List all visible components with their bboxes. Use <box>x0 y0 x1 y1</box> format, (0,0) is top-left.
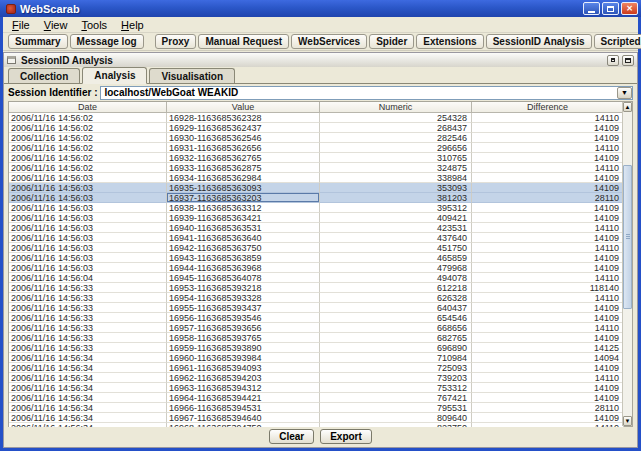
toolbar-button-summary[interactable]: Summary <box>8 34 68 49</box>
table-cell: 2006/11/16 14:56:02 <box>9 153 167 163</box>
tab-collection[interactable]: Collection <box>8 68 80 83</box>
table-row[interactable]: 2006/11/16 14:56:0416945-116368536407849… <box>9 273 624 283</box>
table-cell: 423531 <box>320 223 472 233</box>
table-cell: 2006/11/16 14:56:34 <box>9 403 167 413</box>
table-cell: 14109 <box>472 363 624 373</box>
table-cell: 14109 <box>472 333 624 343</box>
frame-maximize-button[interactable] <box>622 55 634 66</box>
table-body: 2006/11/16 14:56:0216928-116368536232825… <box>9 113 624 427</box>
close-button[interactable]: ✕ <box>621 2 638 15</box>
table-cell: 14110 <box>472 273 624 283</box>
client-area: FileViewToolsHelp SummaryMessage logProx… <box>3 17 638 448</box>
combobox-value: localhost/WebGoat WEAKID <box>101 87 617 98</box>
table-row[interactable]: 2006/11/16 14:56:0216932-116368536276531… <box>9 153 624 163</box>
table-row[interactable]: 2006/11/16 14:56:3316953-116368539321861… <box>9 283 624 293</box>
table-cell: 612218 <box>320 283 472 293</box>
table-row[interactable]: 2006/11/16 14:56:3316955-116368539343764… <box>9 303 624 313</box>
menu-item-help[interactable]: Help <box>114 18 151 32</box>
table-cell: 14110 <box>472 323 624 333</box>
menu-item-file[interactable]: File <box>5 18 37 32</box>
table-cell: 14109 <box>472 123 624 133</box>
table-row[interactable]: 2006/11/16 14:56:3316954-116368539332862… <box>9 293 624 303</box>
table-cell: 753312 <box>320 383 472 393</box>
table-cell: 682765 <box>320 333 472 343</box>
table-cell: 725093 <box>320 363 472 373</box>
toolbar-button-webservices[interactable]: WebServices <box>291 34 367 49</box>
table-cell: 14109 <box>472 203 624 213</box>
table-row[interactable]: 2006/11/16 14:56:3316956-116368539354665… <box>9 313 624 323</box>
table-row[interactable]: 2006/11/16 14:56:0316944-116368536396847… <box>9 263 624 273</box>
frame-restore-button[interactable] <box>607 55 619 66</box>
scrollbar-thumb[interactable] <box>623 165 632 309</box>
toolbar-button-spider[interactable]: Spider <box>369 34 414 49</box>
table-cell: 16956-1163685393546 <box>167 313 320 323</box>
column-header-value[interactable]: Value <box>167 102 320 113</box>
table-row[interactable]: 2006/11/16 14:56:3416968-116368539475082… <box>9 423 624 427</box>
tab-analysis[interactable]: Analysis <box>82 67 147 84</box>
session-identifier-combobox[interactable]: localhost/WebGoat WEAKID ▼ <box>100 86 633 100</box>
table-cell: 16940-1163685363531 <box>167 223 320 233</box>
table-cell: 16962-1163685394203 <box>167 373 320 383</box>
scroll-down-button[interactable]: ▼ <box>623 416 632 426</box>
table-row[interactable]: 2006/11/16 14:56:3416961-116368539409372… <box>9 363 624 373</box>
table-cell: 353093 <box>320 183 472 193</box>
table-row[interactable]: 2006/11/16 14:56:0316938-116368536331239… <box>9 203 624 213</box>
table-row[interactable]: 2006/11/16 14:56:0216931-116368536265629… <box>9 143 624 153</box>
table-row[interactable]: 2006/11/16 14:56:0316935-116368536309335… <box>9 183 624 193</box>
table-row[interactable]: 2006/11/16 14:56:0316939-116368536342140… <box>9 213 624 223</box>
export-button[interactable]: Export <box>320 429 372 444</box>
vertical-scrollbar[interactable]: ▲ ▼ <box>622 102 632 426</box>
toolbar-button-proxy[interactable]: Proxy <box>155 34 197 49</box>
tab-visualisation[interactable]: Visualisation <box>149 68 235 83</box>
minimize-button[interactable] <box>583 2 600 15</box>
table-row[interactable]: 2006/11/16 14:56:0316941-116368536364043… <box>9 233 624 243</box>
table-cell: 14110 <box>472 243 624 253</box>
title-bar[interactable]: WebScarab ✕ <box>0 0 641 17</box>
table-row[interactable]: 2006/11/16 14:56:3316958-116368539376568… <box>9 333 624 343</box>
table-cell: 2006/11/16 14:56:33 <box>9 343 167 353</box>
table-cell: 2006/11/16 14:56:34 <box>9 353 167 363</box>
toolbar-button-message-log[interactable]: Message log <box>70 34 144 49</box>
column-header-numeric[interactable]: Numeric <box>320 102 472 113</box>
table-cell: 14109 <box>472 253 624 263</box>
clear-button[interactable]: Clear <box>269 429 314 444</box>
toolbar-button-manual-request[interactable]: Manual Request <box>198 34 289 49</box>
table-cell: 14110 <box>472 223 624 233</box>
column-header-difference[interactable]: Difference <box>472 102 624 113</box>
table-cell: 2006/11/16 14:56:02 <box>9 163 167 173</box>
table-row[interactable]: 2006/11/16 14:56:3416960-116368539398471… <box>9 353 624 363</box>
table-cell: 14125 <box>472 343 624 353</box>
column-header-date[interactable]: Date <box>9 102 167 113</box>
scroll-up-button[interactable]: ▲ <box>623 102 632 112</box>
table-cell: 2006/11/16 14:56:03 <box>9 263 167 273</box>
menu-item-tools[interactable]: Tools <box>74 18 114 32</box>
table-row[interactable]: 2006/11/16 14:56:3416962-116368539420373… <box>9 373 624 383</box>
table-row[interactable]: 2006/11/16 14:56:0316934-116368536298433… <box>9 173 624 183</box>
table-row[interactable]: 2006/11/16 14:56:0316940-116368536353142… <box>9 223 624 233</box>
combobox-dropdown-button[interactable]: ▼ <box>617 87 632 99</box>
table-row[interactable]: 2006/11/16 14:56:3316959-116368539389069… <box>9 343 624 353</box>
toolbar-button-extensions[interactable]: Extensions <box>416 34 483 49</box>
frame-title-bar[interactable]: SessionID Analysis <box>4 53 637 67</box>
table-row[interactable]: 2006/11/16 14:56:0216929-116368536243726… <box>9 123 624 133</box>
table-row[interactable]: 2006/11/16 14:56:0316937-116368536320338… <box>9 193 624 203</box>
table-row[interactable]: 2006/11/16 14:56:0216928-116368536232825… <box>9 113 624 123</box>
table-cell: 2006/11/16 14:56:03 <box>9 223 167 233</box>
table-row[interactable]: 2006/11/16 14:56:0216933-116368536287532… <box>9 163 624 173</box>
menu-item-view[interactable]: View <box>37 18 75 32</box>
toolbar-button-sessionid-analysis[interactable]: SessionID Analysis <box>486 34 592 49</box>
table-row[interactable]: 2006/11/16 14:56:3416966-116368539453179… <box>9 403 624 413</box>
table-cell: 14109 <box>472 313 624 323</box>
table-cell: 16937-1163685363203 <box>167 193 320 203</box>
table-row[interactable]: 2006/11/16 14:56:3316957-116368539365666… <box>9 323 624 333</box>
table-row[interactable]: 2006/11/16 14:56:3416967-116368539464080… <box>9 413 624 423</box>
toolbar-button-scripted[interactable]: Scripted <box>594 34 641 49</box>
table-row[interactable]: 2006/11/16 14:56:0316943-116368536385946… <box>9 253 624 263</box>
table-row[interactable]: 2006/11/16 14:56:3416963-116368539431275… <box>9 383 624 393</box>
maximize-button[interactable] <box>602 2 619 15</box>
table-row[interactable]: 2006/11/16 14:56:3416964-116368539442176… <box>9 393 624 403</box>
table-cell: 2006/11/16 14:56:02 <box>9 133 167 143</box>
table-cell: 654546 <box>320 313 472 323</box>
table-row[interactable]: 2006/11/16 14:56:0216930-116368536254628… <box>9 133 624 143</box>
table-row[interactable]: 2006/11/16 14:56:0316942-116368536375045… <box>9 243 624 253</box>
